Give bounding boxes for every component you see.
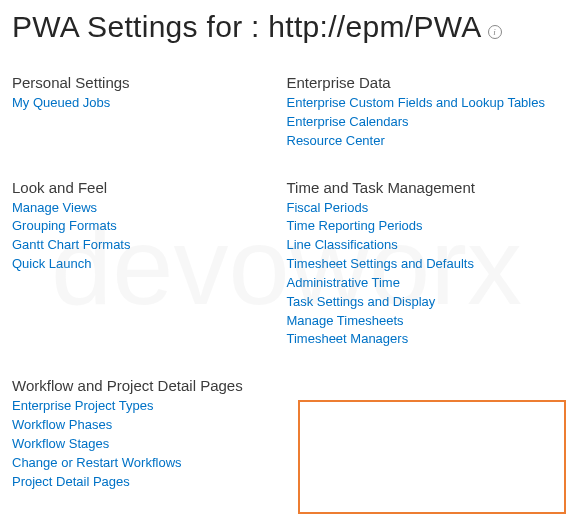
link-project-detail-pages[interactable]: Project Detail Pages <box>12 473 287 492</box>
info-icon[interactable]: i <box>488 25 502 39</box>
section-title-enterprise: Enterprise Data <box>287 74 562 91</box>
link-my-queued-jobs[interactable]: My Queued Jobs <box>12 94 287 113</box>
link-grouping-formats[interactable]: Grouping Formats <box>12 217 287 236</box>
section-empty-highlighted <box>287 377 562 491</box>
section-enterprise: Enterprise Data Enterprise Custom Fields… <box>287 74 562 151</box>
link-resource-center[interactable]: Resource Center <box>287 132 562 151</box>
link-fiscal-periods[interactable]: Fiscal Periods <box>287 199 562 218</box>
settings-grid: Personal Settings My Queued Jobs Enterpr… <box>0 68 573 492</box>
link-change-restart-workflows[interactable]: Change or Restart Workflows <box>12 454 287 473</box>
link-custom-fields[interactable]: Enterprise Custom Fields and Lookup Tabl… <box>287 94 562 113</box>
link-gantt-chart-formats[interactable]: Gantt Chart Formats <box>12 236 287 255</box>
link-manage-views[interactable]: Manage Views <box>12 199 287 218</box>
section-title-workflow: Workflow and Project Detail Pages <box>12 377 287 394</box>
link-time-reporting-periods[interactable]: Time Reporting Periods <box>287 217 562 236</box>
section-title-look: Look and Feel <box>12 179 287 196</box>
section-title-time: Time and Task Management <box>287 179 562 196</box>
section-look: Look and Feel Manage Views Grouping Form… <box>12 179 287 350</box>
link-enterprise-calendars[interactable]: Enterprise Calendars <box>287 113 562 132</box>
page-title: PWA Settings for : http://epm/PWA <box>12 10 482 44</box>
section-personal: Personal Settings My Queued Jobs <box>12 74 287 151</box>
link-timesheet-managers[interactable]: Timesheet Managers <box>287 330 562 349</box>
link-workflow-phases[interactable]: Workflow Phases <box>12 416 287 435</box>
section-time: Time and Task Management Fiscal Periods … <box>287 179 562 350</box>
section-title-personal: Personal Settings <box>12 74 287 91</box>
link-manage-timesheets[interactable]: Manage Timesheets <box>287 312 562 331</box>
link-workflow-stages[interactable]: Workflow Stages <box>12 435 287 454</box>
link-quick-launch[interactable]: Quick Launch <box>12 255 287 274</box>
page-header: PWA Settings for : http://epm/PWA i <box>0 0 573 68</box>
link-timesheet-settings[interactable]: Timesheet Settings and Defaults <box>287 255 562 274</box>
section-workflow: Workflow and Project Detail Pages Enterp… <box>12 377 287 491</box>
link-task-settings[interactable]: Task Settings and Display <box>287 293 562 312</box>
link-line-classifications[interactable]: Line Classifications <box>287 236 562 255</box>
link-administrative-time[interactable]: Administrative Time <box>287 274 562 293</box>
link-enterprise-project-types[interactable]: Enterprise Project Types <box>12 397 287 416</box>
